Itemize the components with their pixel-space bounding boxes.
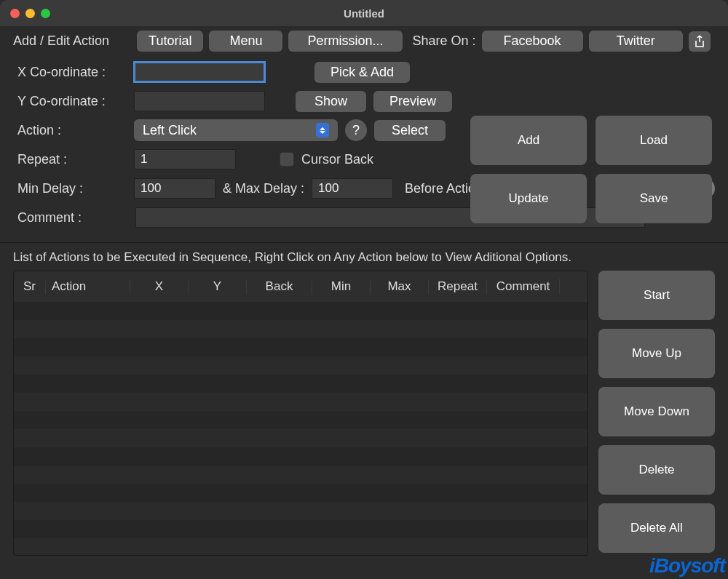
col-action[interactable]: Action <box>46 279 130 294</box>
share-icon-button[interactable] <box>689 31 711 52</box>
table-row[interactable] <box>14 429 587 447</box>
table-row[interactable] <box>14 466 587 484</box>
table-header: Sr Action X Y Back Min Max Repeat Commen… <box>14 271 587 302</box>
max-delay-label: & Max Delay : <box>223 181 304 196</box>
share-icon <box>694 35 705 48</box>
table-row[interactable] <box>14 520 587 538</box>
update-button[interactable]: Update <box>470 174 587 223</box>
move-down-button[interactable]: Move Down <box>598 387 715 436</box>
help-button[interactable]: ? <box>345 119 367 141</box>
action-label: Action : <box>17 123 127 138</box>
preview-button[interactable]: Preview <box>373 91 452 112</box>
repeat-label: Repeat : <box>17 152 127 167</box>
move-up-button[interactable]: Move Up <box>598 329 715 378</box>
table-body[interactable] <box>14 302 587 556</box>
min-delay-label: Min Delay : <box>17 181 127 196</box>
table-row[interactable] <box>14 447 587 466</box>
delete-button[interactable]: Delete <box>598 445 715 495</box>
table-row[interactable] <box>14 338 587 356</box>
side-button-column: Start Move Up Move Down Delete Delete Al… <box>598 271 715 556</box>
titlebar: Untitled <box>0 0 728 26</box>
col-back[interactable]: Back <box>247 279 312 294</box>
max-delay-input[interactable] <box>312 178 393 199</box>
save-button[interactable]: Save <box>596 174 712 223</box>
menu-button[interactable]: Menu <box>209 31 282 52</box>
load-button[interactable]: Load <box>596 116 712 165</box>
table-row[interactable] <box>14 393 587 411</box>
table-row[interactable] <box>14 302 587 320</box>
add-button[interactable]: Add <box>470 116 587 165</box>
table-row[interactable] <box>14 538 587 556</box>
y-coord-input[interactable] <box>134 91 265 111</box>
cursor-back-label: Cursor Back <box>301 152 373 167</box>
col-x[interactable]: X <box>130 279 189 294</box>
action-select-value: Left Click <box>143 123 197 138</box>
table-row[interactable] <box>14 502 587 520</box>
cursor-back-checkbox[interactable] <box>280 152 294 167</box>
repeat-input[interactable] <box>134 149 236 169</box>
actions-table[interactable]: Sr Action X Y Back Min Max Repeat Commen… <box>13 271 588 556</box>
table-row[interactable] <box>14 320 587 338</box>
table-row[interactable] <box>14 356 587 375</box>
col-sr[interactable]: Sr <box>14 279 46 294</box>
select-button[interactable]: Select <box>374 120 446 141</box>
window-title: Untitled <box>0 7 728 20</box>
table-row[interactable] <box>14 375 587 393</box>
action-select[interactable]: Left Click <box>134 119 338 141</box>
pick-add-button[interactable]: Pick & Add <box>314 62 410 83</box>
tutorial-button[interactable]: Tutorial <box>137 31 203 52</box>
delete-all-button[interactable]: Delete All <box>598 503 715 553</box>
start-button[interactable]: Start <box>598 271 715 320</box>
x-coord-label: X Co-ordinate : <box>17 65 127 80</box>
section-label: Add / Edit Action <box>13 33 109 49</box>
table-row[interactable] <box>14 484 587 502</box>
top-toolbar: Add / Edit Action Tutorial Menu Permissi… <box>0 26 728 55</box>
table-row[interactable] <box>14 411 587 429</box>
permission-button[interactable]: Permission... <box>288 31 402 52</box>
facebook-button[interactable]: Facebook <box>482 31 583 52</box>
col-repeat[interactable]: Repeat <box>429 279 487 294</box>
col-max[interactable]: Max <box>371 279 429 294</box>
list-description: List of Actions to be Executed in Sequen… <box>0 243 728 271</box>
min-delay-input[interactable] <box>134 178 215 199</box>
right-button-grid: Add Load Update Save <box>470 116 712 223</box>
x-coord-input[interactable] <box>134 62 265 82</box>
twitter-button[interactable]: Twitter <box>589 31 683 52</box>
col-comment[interactable]: Comment <box>487 279 560 294</box>
watermark: iBoysoft <box>649 554 725 578</box>
col-min[interactable]: Min <box>312 279 371 294</box>
col-y[interactable]: Y <box>189 279 247 294</box>
y-coord-label: Y Co-ordinate : <box>17 94 127 109</box>
form-area: X Co-ordinate : Pick & Add Y Co-ordinate… <box>0 55 728 243</box>
list-area: Sr Action X Y Back Min Max Repeat Commen… <box>0 271 728 564</box>
share-label: Share On : <box>413 33 476 49</box>
comment-label: Comment : <box>17 210 127 225</box>
show-button[interactable]: Show <box>296 91 366 112</box>
select-arrows-icon <box>316 123 329 137</box>
